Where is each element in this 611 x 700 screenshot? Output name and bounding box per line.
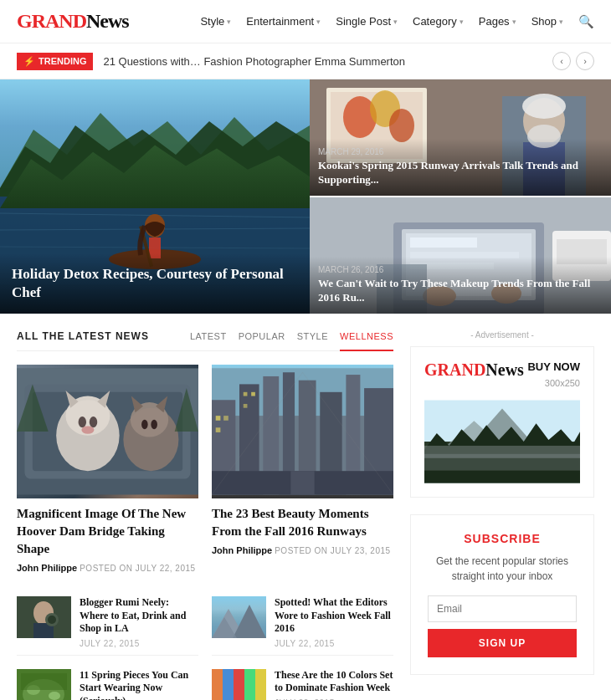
trending-bar: ⚡ TRENDING 21 Questions with… Fashion Ph… [0, 43, 611, 79]
hero-side-top[interactable]: MARCH 29, 2016 Kookai's Spring 2015 Runw… [310, 79, 611, 197]
chevron-down-icon: ▾ [512, 18, 516, 26]
featured-article-2-image[interactable] [212, 365, 393, 498]
svg-point-50 [151, 420, 157, 429]
site-logo[interactable]: GRANDNews [17, 10, 129, 33]
svg-rect-70 [290, 471, 314, 494]
main-nav: Style ▾ Entertainment ▾ Single Post ▾ Ca… [200, 14, 594, 29]
main-content: ALL THE LATEST NEWS LATEST POPULAR STYLE… [17, 330, 410, 700]
small-article-1-image [212, 596, 266, 638]
svg-point-42 [79, 416, 86, 427]
search-icon[interactable]: 🔍 [578, 14, 594, 29]
person-camera-img [17, 596, 71, 638]
nav-entertainment[interactable]: Entertainment ▾ [246, 15, 321, 28]
logo-news: News [86, 10, 129, 32]
hero-main-overlay: Holiday Detox Recipes, Courtesy of Perso… [0, 253, 310, 314]
chevron-down-icon: ▾ [393, 18, 398, 26]
content-area: ALL THE LATEST NEWS LATEST POPULAR STYLE… [0, 330, 611, 700]
section-tabs: LATEST POPULAR STYLE WELLNESS [190, 331, 393, 342]
header: GRANDNews Style ▾ Entertainment ▾ Single… [0, 0, 611, 43]
hero-side-bottom-date: MARCH 26, 2016 [318, 265, 603, 274]
svg-point-44 [81, 426, 94, 433]
food-img [17, 669, 71, 700]
subscribe-email-input[interactable] [428, 595, 577, 622]
chevron-down-icon: ▾ [316, 18, 321, 26]
mountains-img [212, 596, 266, 638]
ad-box: GRANDNews BUY NOW 300x250 [410, 346, 594, 498]
featured-grid: Magnificent Image Of The New Hoover Dam … [17, 365, 393, 573]
subscribe-button[interactable]: SIGN UP [428, 629, 577, 657]
small-article-3-title[interactable]: These Are the 10 Colors Set to Dominate … [275, 669, 393, 695]
hero-side-top-overlay: MARCH 29, 2016 Kookai's Spring 2015 Runw… [310, 139, 611, 196]
ad-buy-now-label: BUY NOW [527, 360, 580, 373]
small-article-1-title[interactable]: Spotted! What the Editors Wore to Fashio… [275, 596, 393, 636]
tab-wellness[interactable]: WELLNESS [340, 331, 393, 351]
svg-rect-66 [244, 392, 248, 396]
svg-point-49 [141, 420, 148, 429]
nav-pages[interactable]: Pages ▾ [479, 15, 516, 28]
nav-style[interactable]: Style ▾ [200, 15, 231, 28]
svg-point-43 [90, 416, 97, 427]
list-item: These Are the 10 Colors Set to Dominate … [212, 662, 393, 700]
trending-badge: ⚡ TRENDING [17, 53, 93, 70]
colors-img [212, 669, 266, 700]
small-article-1-info: Spotted! What the Editors Wore to Fashio… [275, 596, 393, 648]
tab-popular[interactable]: POPULAR [239, 331, 285, 342]
tab-latest[interactable]: LATEST [190, 331, 227, 342]
city-scene [212, 365, 393, 498]
svg-rect-63 [216, 416, 221, 421]
logo-grand: GRAND [17, 10, 86, 32]
bolt-icon: ⚡ [23, 56, 35, 67]
dogs-car-scene [17, 365, 198, 498]
small-articles-grid: Blogger Rumi Neely: Where to Eat, Drink … [17, 590, 393, 700]
hero-side-bottom-title: We Can't Wait to Try These Makeup Trends… [318, 277, 603, 305]
trending-navigation: ‹ › [552, 52, 594, 70]
hero-section: Holiday Detox Recipes, Courtesy of Perso… [0, 79, 611, 314]
subscribe-title: SUBSCRIBE [428, 532, 577, 545]
svg-rect-88 [212, 669, 223, 700]
small-article-1-date: JULY 22, 2015 [275, 639, 393, 648]
ad-image[interactable] [424, 400, 580, 483]
small-article-0-info: Blogger Rumi Neely: Where to Eat, Drink … [80, 596, 198, 648]
svg-point-20 [522, 94, 566, 119]
small-article-2-image [17, 669, 71, 700]
featured-article-1-author: John Philippe [17, 563, 77, 573]
svg-rect-65 [216, 427, 221, 432]
nav-category[interactable]: Category ▾ [413, 15, 464, 28]
list-item: 11 Spring Pieces You Can Start Wearing N… [17, 662, 198, 700]
ad-logo: GRANDNews [424, 360, 524, 380]
small-article-0-date: JULY 22, 2015 [80, 639, 198, 648]
svg-rect-90 [234, 669, 244, 700]
hero-main[interactable]: Holiday Detox Recipes, Courtesy of Perso… [0, 79, 310, 314]
featured-article-1-meta: John Philippe POSTED ON JULY 22, 2015 [17, 563, 198, 573]
section-title: ALL THE LATEST NEWS [17, 330, 149, 342]
svg-rect-68 [244, 404, 248, 408]
featured-article-1: Magnificent Image Of The New Hoover Dam … [17, 365, 198, 573]
small-article-2-info: 11 Spring Pieces You Can Start Wearing N… [80, 669, 198, 700]
featured-article-2-date: POSTED ON JULY 23, 2015 [275, 546, 390, 555]
svg-rect-110 [424, 454, 580, 471]
small-article-0-title[interactable]: Blogger Rumi Neely: Where to Eat, Drink … [80, 596, 198, 636]
trending-next-button[interactable]: › [576, 52, 594, 70]
hero-side-top-title: Kookai's Spring 2015 Runway Arrivals Tal… [318, 159, 603, 187]
nav-single-post[interactable]: Single Post ▾ [336, 15, 398, 28]
section-header: ALL THE LATEST NEWS LATEST POPULAR STYLE… [17, 330, 393, 351]
small-article-3-image [212, 669, 266, 700]
ad-forest-image [424, 400, 580, 483]
subscribe-box: SUBSCRIBE Get the recent popular stories… [410, 514, 594, 675]
featured-article-1-image[interactable] [17, 365, 198, 498]
ad-label: - Advertisement - [410, 330, 594, 340]
hero-side: MARCH 29, 2016 Kookai's Spring 2015 Runw… [310, 79, 611, 314]
tab-style[interactable]: STYLE [297, 331, 328, 342]
trending-prev-button[interactable]: ‹ [552, 52, 571, 70]
svg-point-85 [49, 692, 60, 700]
hero-side-bottom[interactable]: MARCH 26, 2016 We Can't Wait to Try Thes… [310, 197, 611, 314]
svg-rect-26 [410, 238, 477, 248]
featured-article-1-title[interactable]: Magnificent Image Of The New Hoover Dam … [17, 505, 198, 558]
svg-rect-92 [255, 669, 266, 700]
small-article-2-title[interactable]: 11 Spring Pieces You Can Start Wearing N… [80, 669, 198, 700]
hero-side-bottom-overlay: MARCH 26, 2016 We Can't Wait to Try Thes… [310, 257, 611, 314]
nav-shop[interactable]: Shop ▾ [531, 15, 563, 28]
featured-article-2-title[interactable]: The 23 Best Beauty Moments From the Fall… [212, 505, 393, 540]
small-article-0-image [17, 596, 71, 638]
featured-article-2-author: John Philippe [212, 545, 272, 555]
